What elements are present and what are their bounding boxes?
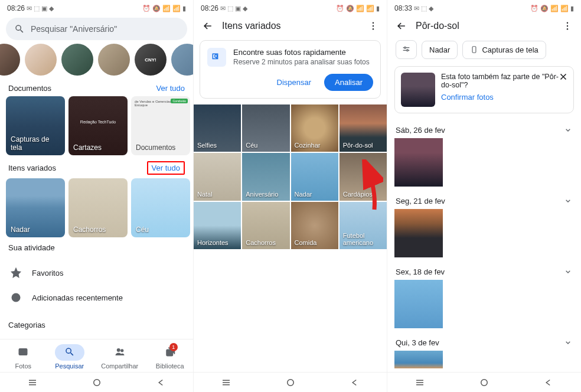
back-arrow-icon[interactable] [396, 20, 407, 32]
people-icon [115, 347, 125, 357]
svg-point-17 [567, 22, 568, 24]
svg-point-4 [121, 349, 123, 352]
system-nav [0, 372, 193, 392]
chip-nadar[interactable]: Nadar [422, 41, 458, 59]
search-icon [14, 24, 25, 34]
chevron-down-icon [563, 267, 573, 276]
search-icon [64, 347, 75, 357]
nav-home[interactable] [90, 376, 103, 389]
svg-point-23 [407, 50, 409, 51]
confirmar-fotos-link[interactable]: Confirmar fotos [441, 93, 567, 102]
dispensar-button[interactable]: Dispensar [269, 74, 320, 91]
more-icon[interactable] [368, 21, 378, 31]
tile-comida[interactable]: Comida [291, 202, 338, 249]
photo-thumbnail[interactable] [394, 280, 443, 328]
tile-cartazes[interactable]: Redação TechTudoCartazes [68, 96, 128, 155]
screen-por-do-sol: 08:33✉⬚◆ ⏰🔕📶📶▮ Pôr-do-sol Nadar Capturas… [387, 0, 581, 392]
nav-recents[interactable] [220, 376, 233, 389]
system-nav [387, 372, 581, 392]
tile-futebol-americano[interactable]: Futebol americano [340, 202, 387, 249]
chevron-down-icon [563, 125, 573, 135]
tile-por-do-sol[interactable]: Pôr-do-sol [340, 104, 387, 152]
photo-thumbnail[interactable] [394, 138, 443, 187]
date-header[interactable]: Sáb, 26 de fev [387, 119, 581, 138]
tile-ceu[interactable]: Céu [131, 178, 190, 237]
section-sua-atividade: Sua atividade [8, 243, 55, 252]
avatar[interactable]: CNY! [135, 44, 167, 76]
avatar[interactable] [98, 44, 130, 76]
svg-point-9 [93, 379, 100, 386]
tile-cozinhar[interactable]: Cozinhar [291, 104, 338, 152]
avatar[interactable] [0, 44, 20, 76]
nav-recents[interactable] [26, 376, 39, 389]
tile-capturas-de-tela[interactable]: Capturas de tela [6, 96, 65, 155]
avatar[interactable] [25, 44, 57, 76]
people-avatars: CNY! [0, 44, 193, 78]
search-bar[interactable]: Pesquisar "Aniversário" [6, 18, 187, 40]
tile-cardapios[interactable]: Cardápios [340, 153, 387, 200]
svg-point-12 [373, 28, 374, 30]
tile-natal[interactable]: Natal [194, 153, 241, 200]
nav-pesquisar[interactable]: Pesquisar [55, 344, 84, 370]
tile-aniversario[interactable]: Aniversário [242, 153, 289, 200]
nav-recents[interactable] [413, 376, 426, 389]
svg-point-21 [404, 47, 406, 48]
avatar[interactable] [61, 44, 93, 76]
phone-icon [470, 45, 478, 54]
date-header[interactable]: Qui, 3 de fev [387, 332, 581, 351]
filter-button[interactable] [396, 40, 417, 59]
clock-icon [11, 292, 21, 303]
photo-thumbnail[interactable] [394, 209, 443, 257]
search-photos-icon [207, 48, 226, 67]
banner-heading: Encontre suas fotos rapidamente [233, 48, 370, 57]
confirm-thumbnail[interactable] [401, 73, 435, 107]
status-bar: 08:26✉⬚▣◆ ⏰🔕📶📶▮ [194, 0, 387, 14]
nav-biblioteca[interactable]: 1 Biblioteca [155, 344, 185, 370]
nav-home[interactable] [284, 376, 297, 389]
back-arrow-icon[interactable] [202, 20, 214, 32]
ver-tudo-documentos[interactable]: Ver tudo [156, 84, 185, 93]
confirm-text: Esta foto também faz parte de "Pôr-do-so… [441, 73, 559, 89]
tile-nadar[interactable]: Nadar [6, 178, 65, 237]
section-itens-variados: Itens variados [8, 164, 56, 172]
avatar[interactable] [171, 44, 193, 76]
status-time: 08:26 [201, 4, 218, 12]
date-header[interactable]: Seg, 21 de fev [387, 190, 581, 209]
page-title: Itens variados [222, 21, 360, 31]
svg-point-18 [567, 25, 568, 27]
tile-cachorros[interactable]: Cachorros [242, 202, 289, 249]
analisar-button[interactable]: Analisar [324, 74, 373, 91]
item-favoritos[interactable]: Favoritos [0, 260, 193, 285]
nav-back[interactable] [542, 376, 555, 389]
nav-home[interactable] [478, 376, 491, 389]
screen-itens-variados: 08:26✉⬚▣◆ ⏰🔕📶📶▮ Itens variados Encontre … [194, 0, 387, 392]
photo-thumbnail[interactable] [394, 351, 443, 368]
status-bar: 08:26 ✉⬚▣◆ ⏰🔕📶📶▮ [0, 0, 193, 14]
more-icon[interactable] [562, 21, 573, 31]
chip-capturas-de-tela[interactable]: Capturas de tela [462, 41, 546, 59]
ver-tudo-itens[interactable]: Ver tudo [147, 161, 185, 175]
nav-back[interactable] [348, 376, 361, 389]
tile-documentos[interactable]: Concluído de Vendas e Gerenciador de Est… [131, 96, 190, 155]
nav-compartilhar[interactable]: Compartilhar [101, 344, 138, 370]
banner-sub: Reserve 2 minutos para analisar suas fot… [233, 58, 370, 66]
status-bar: 08:33✉⬚◆ ⏰🔕📶📶▮ [387, 0, 581, 14]
tile-selfies[interactable]: Selfies [194, 104, 241, 152]
tile-cachorros[interactable]: Cachorros [68, 178, 128, 237]
item-adicionadas-recentemente[interactable]: Adicionadas recentemente [0, 285, 193, 310]
nav-fotos[interactable]: Fotos [8, 344, 38, 370]
confirm-photos-card: Esta foto também faz parte de "Pôr-do-so… [394, 66, 574, 113]
category-grid: Selfies Céu Cozinhar Pôr-do-sol Natal An… [194, 104, 387, 249]
search-placeholder: Pesquisar "Aniversário" [31, 24, 117, 34]
status-time: 08:26 [7, 4, 25, 12]
svg-point-16 [287, 379, 293, 386]
tile-ceu[interactable]: Céu [242, 104, 289, 152]
tile-nadar[interactable]: Nadar [291, 153, 338, 200]
date-header[interactable]: Sex, 18 de fev [387, 261, 581, 280]
svg-point-19 [567, 28, 568, 30]
close-icon[interactable] [558, 71, 569, 82]
chevron-down-icon [563, 338, 573, 347]
nav-back[interactable] [155, 376, 168, 389]
status-time: 08:33 [394, 4, 412, 12]
tile-horizontes[interactable]: Horizontes [194, 202, 241, 249]
